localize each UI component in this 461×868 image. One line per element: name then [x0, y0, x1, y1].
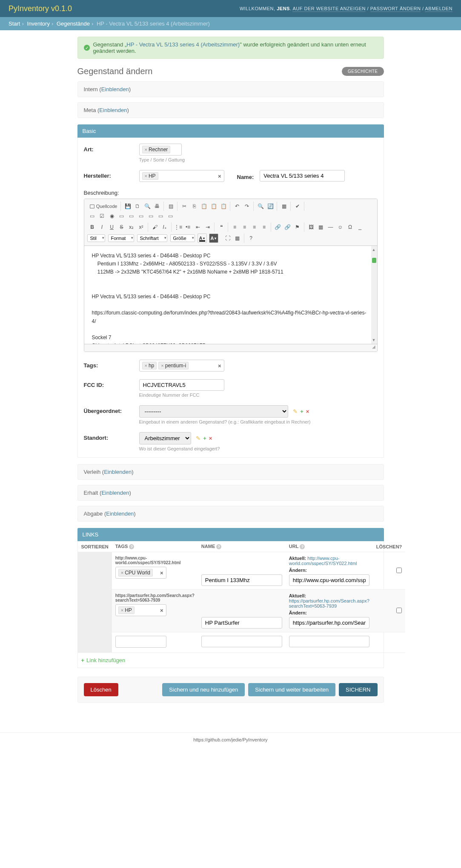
- info-icon[interactable]: ?: [300, 544, 305, 549]
- numberlist-icon[interactable]: ⋮≡: [174, 222, 183, 232]
- form-icon[interactable]: ▭: [88, 211, 97, 221]
- textarea-icon[interactable]: ▭: [127, 211, 136, 221]
- italic-icon[interactable]: I: [97, 222, 107, 232]
- pagebreak-icon[interactable]: ⎯: [355, 222, 365, 232]
- unlink-icon[interactable]: 🔗: [283, 222, 292, 232]
- copyformat-icon[interactable]: Iₓ: [160, 222, 169, 232]
- info-icon[interactable]: ?: [129, 544, 134, 549]
- logout-link[interactable]: ABMELDEN: [425, 6, 452, 12]
- link-tags-input[interactable]: [115, 636, 166, 648]
- show-erhalt-link[interactable]: Einblenden: [101, 490, 129, 496]
- paste-word-icon[interactable]: 📋: [219, 202, 228, 211]
- delete-button[interactable]: Löschen: [84, 683, 118, 696]
- tag-token[interactable]: ×hp: [142, 362, 157, 369]
- fcc-input[interactable]: [139, 379, 224, 391]
- name-input[interactable]: [260, 170, 345, 182]
- show-abgabe-link[interactable]: Einblenden: [106, 510, 134, 517]
- delete-checkbox[interactable]: [396, 568, 402, 573]
- delete-related-icon[interactable]: ×: [209, 435, 212, 441]
- tag-token[interactable]: ×pentium-i: [158, 362, 189, 369]
- blockquote-icon[interactable]: ❝: [217, 222, 226, 232]
- remove-token-icon[interactable]: ×: [145, 147, 147, 152]
- standort-select[interactable]: Arbeitszimmer: [139, 432, 191, 444]
- link-name-input[interactable]: [201, 636, 282, 647]
- remove-token-icon[interactable]: ×: [145, 363, 147, 368]
- paste-text-icon[interactable]: 📋: [209, 202, 218, 211]
- drag-handle[interactable]: [78, 590, 112, 632]
- link-name-input[interactable]: [201, 617, 282, 629]
- checkbox-icon[interactable]: ☑: [97, 211, 107, 221]
- edit-related-icon[interactable]: ✎: [196, 435, 200, 441]
- delete-related-icon[interactable]: ×: [306, 408, 309, 415]
- clear-icon[interactable]: ×: [160, 607, 163, 614]
- selectall-icon[interactable]: ▦: [279, 202, 289, 211]
- font-select[interactable]: Schriftart: [137, 234, 167, 242]
- specialchar-icon[interactable]: Ω: [346, 222, 355, 232]
- strike-icon[interactable]: S: [117, 222, 126, 232]
- bold-icon[interactable]: B: [88, 222, 97, 232]
- add-related-icon[interactable]: +: [203, 435, 206, 441]
- show-verleih-link[interactable]: Einblenden: [104, 469, 132, 475]
- radio-icon[interactable]: ◉: [107, 211, 117, 221]
- showblocks-icon[interactable]: ▦: [233, 234, 242, 243]
- style-select[interactable]: Stil: [87, 234, 105, 242]
- editor-scrollbar[interactable]: ▲ ▼: [371, 246, 377, 344]
- link-tags-input[interactable]: ×HP×: [115, 604, 166, 616]
- link-url-input[interactable]: [289, 636, 369, 647]
- hr-icon[interactable]: —: [326, 222, 335, 232]
- breadcrumb-start[interactable]: Start: [9, 20, 20, 27]
- redo-icon[interactable]: ↷: [242, 202, 252, 211]
- show-meta-link[interactable]: Einblenden: [99, 107, 127, 113]
- button-icon[interactable]: ▭: [146, 211, 156, 221]
- align-left-icon[interactable]: ≡: [230, 222, 240, 232]
- view-site-link[interactable]: AUF DER WEBSITE ANZEIGEN: [292, 6, 366, 12]
- format-select[interactable]: Format: [108, 234, 134, 242]
- add-related-icon[interactable]: +: [300, 408, 304, 415]
- smiley-icon[interactable]: ☺: [336, 222, 345, 232]
- parent-select[interactable]: ---------: [139, 405, 288, 418]
- hersteller-input[interactable]: ×HP ×: [139, 170, 224, 182]
- art-token[interactable]: ×Rechner: [142, 146, 171, 153]
- tag-token[interactable]: ×HP: [118, 606, 135, 614]
- edit-related-icon[interactable]: ✎: [293, 408, 298, 415]
- link-tags-input[interactable]: ×CPU World×: [115, 567, 166, 579]
- image-icon[interactable]: 🖼: [306, 222, 316, 232]
- save-button[interactable]: SICHERN: [339, 683, 378, 696]
- remove-token-icon[interactable]: ×: [161, 363, 163, 368]
- indent-icon[interactable]: ⇥: [203, 222, 212, 232]
- underline-icon[interactable]: U: [107, 222, 117, 232]
- save-continue-button[interactable]: Sichern und weiter bearbeiten: [248, 683, 335, 696]
- subscript-icon[interactable]: x₂: [127, 222, 136, 232]
- tag-token[interactable]: ×CPU World: [118, 569, 153, 577]
- imagebutton-icon[interactable]: ▭: [156, 211, 166, 221]
- bulletlist-icon[interactable]: •≡: [183, 222, 193, 232]
- link-url-input[interactable]: [289, 617, 369, 629]
- align-center-icon[interactable]: ≡: [240, 222, 249, 232]
- change-password-link[interactable]: PASSWORT ÄNDERN: [370, 6, 421, 12]
- align-right-icon[interactable]: ≡: [250, 222, 259, 232]
- table-icon[interactable]: ▦: [316, 222, 326, 232]
- clear-icon[interactable]: ×: [160, 570, 163, 576]
- maximize-icon[interactable]: ⛶: [223, 234, 232, 243]
- delete-checkbox[interactable]: [396, 608, 402, 613]
- replace-icon[interactable]: 🔄: [266, 202, 275, 211]
- show-intern-link[interactable]: Einblenden: [101, 86, 129, 92]
- hiddenfield-icon[interactable]: ▭: [166, 211, 175, 221]
- history-button[interactable]: GESCHICHTE: [342, 67, 384, 76]
- link-name-input[interactable]: [201, 574, 282, 586]
- bgcolor-button[interactable]: A▾: [209, 234, 218, 243]
- print-icon[interactable]: 🖶: [152, 202, 162, 211]
- removeformat-icon[interactable]: 🖌: [150, 222, 160, 232]
- hersteller-token[interactable]: ×HP: [142, 172, 158, 180]
- drag-handle[interactable]: [78, 552, 112, 590]
- link-url-input[interactable]: [289, 574, 369, 586]
- superscript-icon[interactable]: x²: [137, 222, 146, 232]
- remove-token-icon[interactable]: ×: [121, 570, 123, 575]
- editor-content[interactable]: HP Vectra VL 5/133 series 4 - D4644B - D…: [84, 246, 377, 344]
- select-icon[interactable]: ▭: [137, 211, 146, 221]
- breadcrumb-inventory[interactable]: Inventory: [27, 20, 49, 27]
- templates-icon[interactable]: ▤: [166, 202, 175, 211]
- add-link-button[interactable]: +Link hinzufügen: [78, 653, 129, 668]
- editor-resize-handle[interactable]: ◢: [84, 344, 377, 352]
- spellcheck-icon[interactable]: ✔: [293, 202, 302, 211]
